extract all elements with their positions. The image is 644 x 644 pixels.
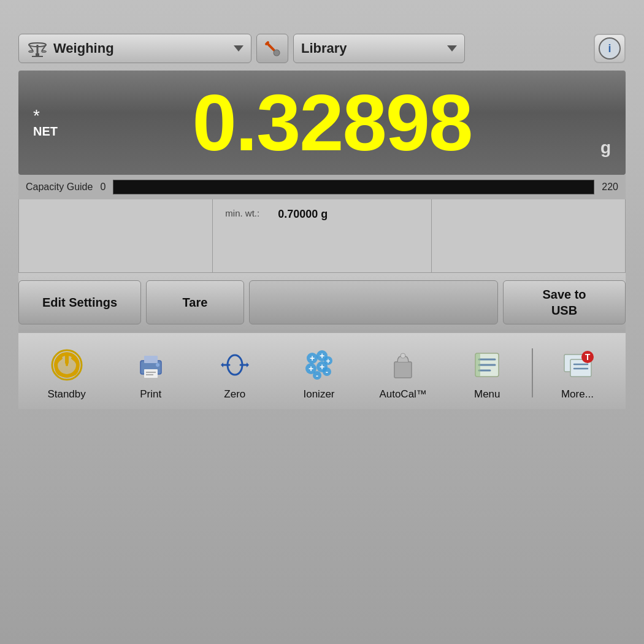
print-icon xyxy=(131,345,171,385)
toolbar-item-zero[interactable]: Zero xyxy=(193,343,277,403)
library-label: Library xyxy=(301,40,442,56)
svg-rect-41 xyxy=(394,362,412,378)
svg-text:+: + xyxy=(320,351,324,361)
svg-rect-17 xyxy=(144,356,158,363)
capacity-bar xyxy=(113,180,594,194)
svg-point-21 xyxy=(156,363,159,367)
toolbar-item-autocal[interactable]: AutoCal™ xyxy=(361,343,445,403)
data-left-empty xyxy=(19,199,213,272)
svg-rect-20 xyxy=(146,374,153,375)
svg-point-6 xyxy=(29,51,34,53)
ionizer-label: Ionizer xyxy=(303,388,334,401)
zero-label: Zero xyxy=(224,388,245,401)
svg-text:-: - xyxy=(316,372,318,380)
svg-rect-18 xyxy=(144,369,158,378)
svg-text:+: + xyxy=(309,364,313,374)
svg-text:+: + xyxy=(326,357,330,366)
capacity-guide-bar: Capacity Guide 0 220 xyxy=(18,175,626,199)
info-button[interactable]: i xyxy=(594,34,626,63)
weighing-label: Weighing xyxy=(53,40,229,56)
standby-icon xyxy=(47,345,86,385)
toolbar-item-more[interactable]: T More... xyxy=(535,343,619,403)
svg-rect-19 xyxy=(146,372,156,373)
autocal-label: AutoCal™ xyxy=(379,388,426,401)
data-right-empty xyxy=(432,199,625,272)
net-label-group: * NET xyxy=(33,107,58,139)
toolbar-item-menu[interactable]: Menu xyxy=(445,343,529,403)
info-icon: i xyxy=(599,37,621,59)
edit-settings-button[interactable]: Edit Settings xyxy=(18,280,141,324)
toolbar-item-standby[interactable]: Standby xyxy=(25,343,109,403)
min-wt-label: min. wt.: xyxy=(225,208,259,221)
toolbar-item-ionizer[interactable]: + + + + + - - Ionizer xyxy=(277,343,361,403)
toolbar-item-print[interactable]: Print xyxy=(109,343,193,403)
toolbar-divider xyxy=(532,348,533,397)
scale-icon xyxy=(26,40,48,57)
action-buttons-row: Edit Settings Tare Save toUSB xyxy=(18,273,626,332)
min-wt-cell: min. wt.: 0.70000 g xyxy=(213,199,431,272)
capacity-max: 220 xyxy=(602,182,618,193)
bottom-toolbar: Standby Print xyxy=(18,332,626,409)
ionizer-icon: + + + + + - - xyxy=(299,345,339,385)
weighing-dropdown-arrow xyxy=(234,45,243,52)
svg-point-7 xyxy=(42,51,47,53)
min-wt-value: 0.70000 g xyxy=(278,208,328,221)
capacity-min: 0 xyxy=(100,182,105,193)
capacity-guide-label: Capacity Guide xyxy=(26,182,93,193)
svg-text:-: - xyxy=(326,368,328,377)
standby-label: Standby xyxy=(47,388,85,401)
zero-icon xyxy=(215,345,255,385)
svg-text:T: T xyxy=(585,352,591,362)
weight-display-area: * NET 0.32898 g xyxy=(18,71,626,175)
menu-label: Menu xyxy=(474,388,500,401)
svg-marker-26 xyxy=(247,362,249,367)
weight-value: 0.32898 xyxy=(70,83,594,163)
net-label: NET xyxy=(33,125,58,139)
library-dropdown[interactable]: Library xyxy=(293,34,465,63)
asterisk-indicator: * xyxy=(33,107,40,125)
data-panel: min. wt.: 0.70000 g xyxy=(18,199,626,273)
svg-rect-1 xyxy=(32,56,43,57)
more-icon: T xyxy=(558,345,597,385)
library-dropdown-arrow xyxy=(447,45,457,52)
svg-point-42 xyxy=(401,353,405,358)
svg-text:+: + xyxy=(310,353,315,363)
weight-unit: g xyxy=(600,138,611,163)
weighing-dropdown[interactable]: Weighing xyxy=(18,34,251,63)
print-label: Print xyxy=(140,388,161,401)
save-to-usb-button[interactable]: Save toUSB xyxy=(503,280,626,324)
buttons-spacer xyxy=(249,280,498,324)
tare-button[interactable]: Tare xyxy=(146,280,244,324)
menu-icon xyxy=(467,345,507,385)
wrench-button[interactable] xyxy=(256,34,288,63)
autocal-icon xyxy=(383,345,423,385)
svg-marker-24 xyxy=(221,362,223,367)
top-bar: Weighing Library i xyxy=(18,34,626,63)
more-label: More... xyxy=(561,388,594,401)
svg-rect-47 xyxy=(475,353,480,377)
capacity-bar-fill xyxy=(113,180,123,194)
